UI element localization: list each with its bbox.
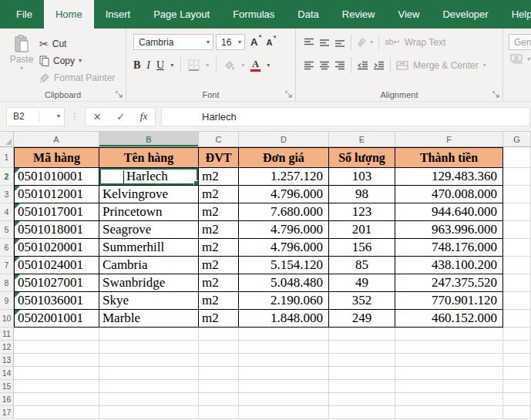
cell-E14[interactable] bbox=[329, 367, 395, 380]
cell-F13[interactable] bbox=[395, 354, 503, 367]
cell-C17[interactable] bbox=[199, 406, 239, 419]
merge-center-icon[interactable] bbox=[396, 61, 408, 70]
cell-E15[interactable] bbox=[329, 380, 395, 393]
column-header-B[interactable]: B bbox=[99, 132, 199, 147]
cell-E11[interactable] bbox=[329, 328, 395, 341]
cell-B4[interactable]: Princetown bbox=[99, 203, 199, 221]
row-header-13[interactable]: 13 bbox=[0, 354, 14, 367]
cell-A16[interactable] bbox=[14, 393, 99, 406]
cell-C4[interactable]: m2 bbox=[199, 203, 239, 221]
cell-D16[interactable] bbox=[239, 393, 329, 406]
formula-bar-grip-icon[interactable]: ⋮ bbox=[70, 111, 79, 122]
row-header-1[interactable]: 1 bbox=[0, 147, 14, 168]
column-header-D[interactable]: D bbox=[239, 132, 329, 147]
cell-B16[interactable] bbox=[99, 393, 199, 406]
align-left-icon[interactable] bbox=[304, 61, 314, 70]
cell-E17[interactable] bbox=[329, 406, 395, 419]
cell-E6[interactable]: 156 bbox=[329, 239, 395, 257]
cell-B7[interactable]: Cambria bbox=[99, 257, 199, 274]
header-cell-F1[interactable]: Thành tiền bbox=[395, 147, 503, 168]
cell-F3[interactable]: 470.008.000 bbox=[395, 186, 503, 203]
alignment-dialog-launcher-icon[interactable] bbox=[492, 91, 500, 99]
cell-E8[interactable]: 49 bbox=[329, 274, 395, 292]
cell-C10[interactable]: m2 bbox=[199, 310, 239, 328]
cell-C3[interactable]: m2 bbox=[199, 186, 239, 203]
column-header-E[interactable]: E bbox=[329, 132, 395, 147]
borders-button[interactable] bbox=[188, 59, 200, 71]
align-top-icon[interactable] bbox=[304, 38, 314, 47]
cell-D8[interactable]: 5.048.480 bbox=[239, 274, 329, 292]
row-header-14[interactable]: 14 bbox=[0, 367, 14, 380]
cell-B13[interactable] bbox=[99, 354, 199, 367]
cell-A12[interactable] bbox=[14, 341, 99, 354]
cell-D10[interactable]: 1.848.000 bbox=[239, 310, 329, 328]
row-header-10[interactable]: 10 bbox=[0, 310, 14, 328]
cell-D5[interactable]: 4.796.000 bbox=[239, 221, 329, 239]
tab-review[interactable]: Review bbox=[331, 0, 387, 29]
cell-B3[interactable]: Kelvingrove bbox=[99, 186, 199, 203]
cell-B5[interactable]: Seagrove bbox=[99, 221, 199, 239]
tab-insert[interactable]: Insert bbox=[94, 0, 143, 29]
cell-C13[interactable] bbox=[199, 354, 239, 367]
cell-E13[interactable] bbox=[329, 354, 395, 367]
formula-input[interactable]: Harlech bbox=[161, 107, 530, 126]
row-header-16[interactable]: 16 bbox=[0, 393, 14, 406]
column-header-A[interactable]: A bbox=[14, 132, 99, 147]
cell-B15[interactable] bbox=[99, 380, 199, 393]
cell-A11[interactable] bbox=[14, 328, 99, 341]
cell-B14[interactable] bbox=[99, 367, 199, 380]
row-header-15[interactable]: 15 bbox=[0, 380, 14, 393]
cell-G9[interactable] bbox=[503, 292, 531, 310]
clipboard-dialog-launcher-icon[interactable] bbox=[116, 91, 123, 99]
cell-F12[interactable] bbox=[395, 341, 503, 354]
cell-A5[interactable]: 0501018001 bbox=[14, 221, 99, 239]
font-dialog-launcher-icon[interactable] bbox=[285, 91, 293, 99]
cell-A7[interactable]: 0501024001 bbox=[14, 257, 99, 274]
fill-color-dropdown-icon[interactable]: ▾ bbox=[241, 62, 244, 69]
cell-A14[interactable] bbox=[14, 367, 99, 380]
tab-formulas[interactable]: Formulas bbox=[221, 0, 286, 29]
row-header-3[interactable]: 3 bbox=[0, 186, 14, 203]
cell-F9[interactable]: 770.901.120 bbox=[395, 292, 503, 310]
align-center-icon[interactable] bbox=[319, 61, 330, 70]
cell-C7[interactable]: m2 bbox=[199, 257, 239, 274]
cell-E7[interactable]: 85 bbox=[329, 257, 395, 274]
bold-button[interactable]: B bbox=[133, 59, 140, 72]
insert-function-icon[interactable]: fx bbox=[140, 110, 147, 123]
cell-B12[interactable] bbox=[99, 341, 199, 354]
row-header-6[interactable]: 6 bbox=[0, 239, 14, 257]
header-cell-D1[interactable]: Đơn giá bbox=[239, 147, 329, 168]
cell-G4[interactable] bbox=[503, 203, 531, 221]
cell-E9[interactable]: 352 bbox=[329, 292, 395, 310]
cancel-icon[interactable]: ✕ bbox=[93, 111, 102, 123]
cut-button[interactable]: ✂ Cut bbox=[39, 36, 115, 51]
font-color-dropdown-icon[interactable]: ▾ bbox=[267, 62, 270, 69]
cell-C9[interactable]: m2 bbox=[199, 292, 239, 310]
cell-B11[interactable] bbox=[99, 328, 199, 341]
decrease-font-size-button[interactable]: A▼ bbox=[263, 38, 275, 47]
cell-G3[interactable] bbox=[503, 186, 531, 203]
cell-G10[interactable] bbox=[503, 310, 531, 328]
paste-dropdown-icon[interactable]: ▾ bbox=[20, 66, 23, 72]
row-header-2[interactable]: 2 bbox=[0, 168, 14, 186]
cell-C8[interactable]: m2 bbox=[199, 274, 239, 292]
header-cell-A1[interactable]: Mã hàng bbox=[14, 147, 99, 168]
cell-D14[interactable] bbox=[239, 367, 329, 380]
cell-G12[interactable] bbox=[503, 341, 531, 354]
font-size-combo[interactable]: 16 ▾ bbox=[216, 34, 245, 50]
orientation-button[interactable]: ab bbox=[355, 36, 368, 49]
cell-D4[interactable]: 7.680.000 bbox=[239, 203, 329, 221]
copy-dropdown-icon[interactable]: ▾ bbox=[79, 58, 82, 64]
align-right-icon[interactable] bbox=[334, 61, 345, 70]
header-cell-E1[interactable]: Số lượng bbox=[329, 147, 395, 168]
fill-handle[interactable] bbox=[193, 180, 199, 186]
cell-A9[interactable]: 0501036001 bbox=[14, 292, 99, 310]
cell-G13[interactable] bbox=[503, 354, 531, 367]
increase-font-size-button[interactable]: A▲ bbox=[247, 36, 260, 48]
select-all-button[interactable] bbox=[0, 132, 14, 147]
cell-C5[interactable]: m2 bbox=[199, 221, 239, 239]
merge-center-label[interactable]: Merge & Center bbox=[413, 60, 479, 71]
font-name-combo[interactable]: Cambria ▾ bbox=[133, 34, 213, 50]
cell-C11[interactable] bbox=[199, 328, 239, 341]
cell-C12[interactable] bbox=[199, 341, 239, 354]
